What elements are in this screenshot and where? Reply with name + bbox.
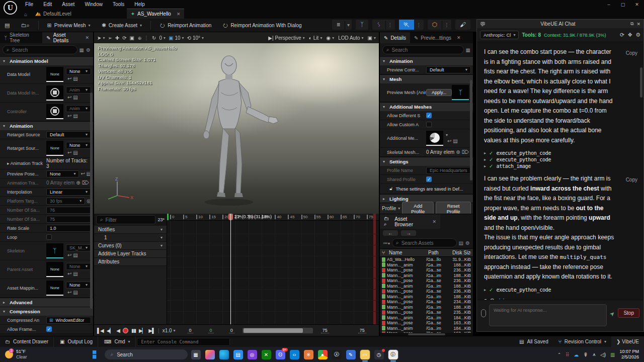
package-icon[interactable]: ❖ bbox=[627, 32, 632, 38]
asset-thumbnail[interactable] bbox=[46, 104, 63, 119]
hierarchy-icon[interactable]: ⑂ bbox=[382, 250, 389, 255]
property-input[interactable]: 75 bbox=[46, 216, 91, 223]
close-button[interactable]: ✕ bbox=[630, 0, 644, 9]
mesh-thumbnail[interactable]: ᛉ bbox=[452, 85, 469, 100]
section-mesh[interactable]: ▾Mesh bbox=[380, 74, 473, 83]
timeline-ruler-area[interactable]: 051015202530354045505560657075 23* (0.78… bbox=[167, 214, 379, 324]
section-animation[interactable]: ▾Animation bbox=[380, 56, 473, 65]
taskbar-search[interactable]: ⌕ Search bbox=[105, 349, 188, 359]
asset-row[interactable]: Mann..._pose/Ga...se234...KiB bbox=[380, 299, 473, 305]
popout-icon[interactable]: ⧉ bbox=[630, 21, 633, 27]
mesh-options-icon[interactable]: ⋮ bbox=[385, 21, 395, 29]
stop-button[interactable]: Stop bbox=[618, 308, 639, 318]
onedrive-tray-icon[interactable]: ☁ bbox=[574, 352, 579, 357]
skeleton-mode-button[interactable]: ᛉ bbox=[356, 20, 368, 30]
perspective-dropdown[interactable]: ▶| Perspective▾ bbox=[268, 35, 305, 41]
range-end-value[interactable]: 75 bbox=[321, 328, 329, 333]
reimport-animation-dialog-button[interactable]: ⭮ Reimport Animation With Dialog bbox=[218, 20, 306, 30]
asset-thumbnail[interactable]: None bbox=[46, 281, 63, 296]
animation-mode-button[interactable]: 🏃︎⋮ bbox=[399, 20, 424, 30]
close-tab-icon[interactable]: ✕ bbox=[432, 219, 436, 224]
current-frame-value[interactable]: 0 bbox=[229, 328, 234, 333]
track-attributes[interactable]: Attributes bbox=[94, 258, 167, 266]
settings-menu-button[interactable]: ≡▾ bbox=[332, 20, 352, 30]
menu-edit[interactable]: Edit bbox=[39, 1, 56, 8]
menu-asset[interactable]: Asset bbox=[58, 1, 78, 8]
timeline-filter-input[interactable]: ⌕ Filter bbox=[96, 215, 155, 224]
display-options-icon[interactable]: ▦ bbox=[79, 47, 84, 53]
close-tab-icon[interactable]: ✕ bbox=[85, 35, 89, 40]
property-dropdown[interactable]: Default▾ bbox=[46, 131, 91, 138]
chat-settings-icon[interactable]: ⚙ bbox=[635, 32, 640, 38]
save-button[interactable]: ▤ bbox=[0, 20, 14, 31]
property-input[interactable]: 1.0 bbox=[46, 225, 91, 232]
chevron-down-icon[interactable]: ▾ bbox=[446, 133, 471, 137]
asset-row[interactable]: Mann..._pose/Ga...se236...KiB bbox=[380, 289, 473, 294]
tab-asset-details[interactable]: ✎ Asset Details ✕ bbox=[42, 32, 93, 43]
blueprint-mode-button[interactable]: ⬡⋮ bbox=[428, 20, 451, 30]
profile-dropdown-icon[interactable]: ▾ bbox=[398, 206, 400, 211]
copilot-icon[interactable] bbox=[205, 350, 215, 359]
rotation-snap-icon[interactable]: ↻ bbox=[152, 35, 156, 41]
console-command-input[interactable] bbox=[137, 338, 230, 346]
property-checkbox[interactable]: ✓ bbox=[426, 176, 432, 182]
menu-tools[interactable]: Tools bbox=[109, 1, 128, 8]
asset-dropdown[interactable]: None▾ bbox=[66, 68, 91, 75]
animation-options-icon[interactable]: ⋮ bbox=[414, 21, 424, 29]
menu-help[interactable]: Help bbox=[130, 1, 149, 8]
close-tab-icon[interactable]: ✕ bbox=[457, 35, 461, 40]
lod-dropdown[interactable]: LOD Auto▾ bbox=[338, 35, 363, 41]
chevron-right-icon[interactable]: ▸ bbox=[484, 164, 486, 168]
asset-thumbnail[interactable]: None bbox=[46, 67, 63, 82]
scale-tool-icon[interactable]: ▣ bbox=[130, 35, 134, 41]
file-explorer-icon[interactable]: ▭ bbox=[360, 350, 370, 359]
output-log-button[interactable]: ▣ Output Log bbox=[55, 336, 98, 347]
blueprint-options-icon[interactable]: ⋮ bbox=[442, 21, 451, 29]
provider-dropdown[interactable]: Anthropic: Cl▾ bbox=[480, 31, 519, 39]
details-scrollbar[interactable] bbox=[470, 80, 472, 180]
playback-speed-dropdown[interactable]: x1.0▾ bbox=[163, 328, 176, 333]
play-reverse-button[interactable]: ◀ bbox=[116, 328, 120, 333]
use-selected-browse-icons[interactable]: ↩ ▤ bbox=[66, 95, 91, 100]
skip-to-end-button[interactable]: ▶▌ bbox=[148, 328, 155, 333]
asset-row[interactable]: Mann..._pose/Ga...se163...KiB bbox=[380, 320, 473, 326]
use-selected-icon[interactable]: ↩ ▤ bbox=[79, 171, 91, 176]
refresh-icon[interactable]: ⟳ bbox=[620, 32, 624, 38]
property-input[interactable]: Epic Headquarters bbox=[426, 167, 471, 174]
track-additive-layer-tracks[interactable]: Additive Layer Tracks bbox=[94, 250, 167, 258]
step-forward-button[interactable]: ▶▏ bbox=[139, 328, 145, 333]
asset-row[interactable]: Mann..._anim/Ga...im184...KiB bbox=[380, 326, 473, 331]
track-curves-0-[interactable]: Curves (0)▾ bbox=[94, 242, 167, 250]
clipchamp-icon[interactable]: ◎ bbox=[248, 350, 257, 359]
add-element-icon[interactable]: ⊕ bbox=[454, 149, 460, 155]
section-settings[interactable]: ▾Settings bbox=[380, 157, 473, 166]
track-1[interactable]: 1▾ bbox=[94, 234, 167, 242]
forward-button[interactable]: → bbox=[401, 230, 416, 236]
grid-size-value[interactable]: ▣ 10▾ bbox=[169, 35, 184, 41]
unreal-logo-icon[interactable]: U bbox=[4, 1, 17, 15]
grid-snap-icon[interactable]: 🜨⋮ bbox=[137, 35, 149, 41]
task-view-icon[interactable]: ▦ bbox=[191, 350, 201, 359]
chevron-right-icon[interactable]: ▸ bbox=[484, 288, 486, 292]
minimize-button[interactable]: – bbox=[602, 0, 616, 9]
copy-button[interactable]: Copy bbox=[626, 48, 637, 58]
search-input[interactable]: ⌕ Search bbox=[3, 45, 77, 54]
notepad-icon[interactable]: ✎ bbox=[346, 350, 356, 359]
vscode-icon[interactable]: ‹› bbox=[290, 350, 299, 359]
asset-thumbnail[interactable]: ᛉ bbox=[46, 243, 63, 258]
use-selected-browse-icons[interactable]: ↩ ▤ bbox=[66, 150, 91, 155]
use-selected-browse-icons[interactable]: ↩ ▤ bbox=[66, 252, 91, 258]
tab-as-wavehello[interactable]: ✦ AS_WaveHello ✕ bbox=[127, 9, 185, 19]
delete-icon[interactable]: ⌦ bbox=[80, 180, 89, 186]
property-dropdown[interactable]: Default▾ bbox=[426, 66, 471, 73]
track-notifies[interactable]: Notifies▾ bbox=[94, 226, 167, 234]
physics-mode-button[interactable]: 🖌︎ bbox=[455, 20, 470, 30]
snap-value-0[interactable]: 0▾ bbox=[159, 35, 166, 41]
skip-to-start-button[interactable]: ▌◀ bbox=[97, 328, 104, 333]
property-checkbox[interactable]: ✓ bbox=[46, 326, 52, 332]
property-dropdown[interactable]: None▾ bbox=[46, 170, 79, 177]
asset-dropdown[interactable]: None▾ bbox=[66, 142, 91, 149]
range-scrollbar[interactable] bbox=[243, 328, 313, 333]
unreal-icon[interactable]: Ⓤ bbox=[388, 350, 398, 359]
discord-icon[interactable]: ʘ9+ bbox=[276, 350, 285, 359]
